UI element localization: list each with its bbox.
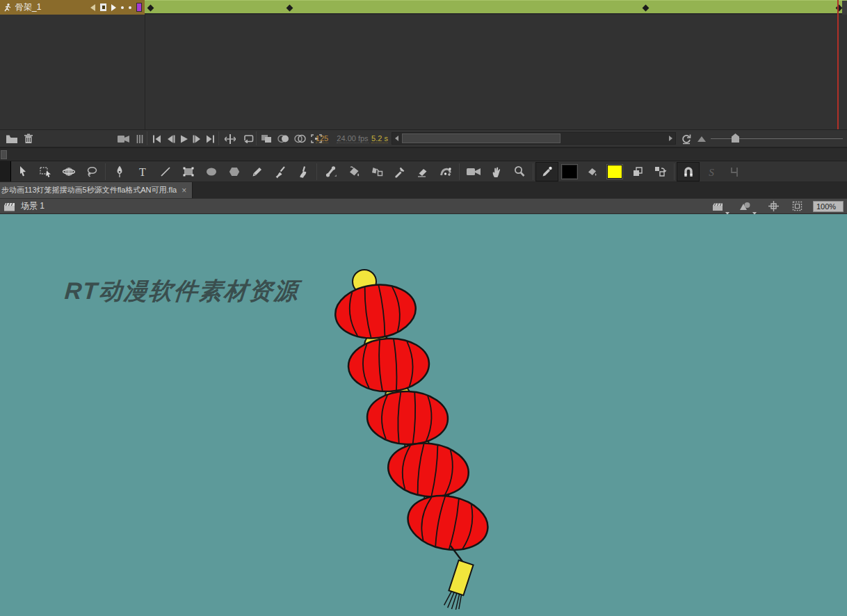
pencil-tool-button[interactable]: [245, 162, 268, 181]
play-button[interactable]: [177, 131, 191, 146]
timeline-editor-area[interactable]: [0, 15, 847, 129]
keyframe-diamond[interactable]: [287, 5, 293, 12]
svg-text:T: T: [139, 165, 146, 177]
frame-rate-value[interactable]: 24.00 fps: [334, 131, 371, 146]
loop-button[interactable]: [241, 131, 256, 146]
scroll-right-arrow[interactable]: [666, 133, 675, 144]
layer-outline-color-swatch[interactable]: [136, 3, 142, 12]
lasso-tool-button[interactable]: [80, 162, 103, 181]
subselection-tool-button[interactable]: [34, 162, 57, 181]
oval-tool-button[interactable]: [200, 162, 223, 181]
camera-tool-button[interactable]: [462, 162, 485, 181]
eyedropper-tool-button[interactable]: [388, 162, 411, 181]
layer-depth-button[interactable]: [134, 131, 145, 146]
center-frame-button[interactable]: [223, 131, 238, 146]
swap-colors-button[interactable]: [649, 162, 672, 181]
text-tool-button[interactable]: T: [131, 162, 154, 181]
document-tab[interactable]: 步动画113灯笼摇摆动画5秒源文件fla格式AN可用.fla ×: [0, 182, 193, 198]
tassel[interactable]: [444, 560, 474, 611]
stage-zoom-input[interactable]: 100%: [813, 201, 844, 212]
rectangle-tool-button[interactable]: [177, 162, 200, 181]
timeline-layer-row-armature[interactable]: 骨架_1: [0, 0, 145, 15]
timeline-horizontal-scrollbar[interactable]: [392, 132, 676, 145]
next-keyframe-icon[interactable]: [111, 4, 116, 11]
layer-name[interactable]: 骨架_1: [15, 1, 41, 13]
selection-tool-button[interactable]: [11, 162, 34, 181]
lantern-5[interactable]: [403, 489, 492, 557]
svg-text:S: S: [709, 166, 714, 177]
3d-rotation-tool-button[interactable]: [57, 162, 80, 181]
stroke-color-swatch[interactable]: [562, 165, 577, 179]
divider: [147, 131, 147, 145]
camera-toggle-button[interactable]: [115, 131, 132, 146]
onion-skin-outline-button[interactable]: [292, 131, 307, 146]
onion-multi-frame-button[interactable]: [259, 131, 274, 146]
ink-bottle-tool-button[interactable]: [365, 162, 388, 181]
prev-keyframe-icon[interactable]: [90, 4, 95, 11]
fill-color-swatch[interactable]: [607, 165, 622, 179]
clapperboard-icon: [3, 202, 15, 211]
paint-brush-tool-button[interactable]: [268, 162, 291, 181]
stroke-color-button[interactable]: [535, 162, 558, 181]
clip-content-button[interactable]: [789, 197, 805, 216]
reset-timeline-zoom-button[interactable]: [679, 131, 694, 146]
layer-visibility-dot[interactable]: [121, 6, 124, 9]
tools-toolbar: T: [0, 161, 847, 182]
scrollbar-thumb[interactable]: [402, 133, 560, 143]
edit-bar-right-controls: 100%: [711, 197, 844, 216]
hand-tool-button[interactable]: [485, 162, 508, 181]
current-frame-value[interactable]: 125: [313, 131, 331, 146]
scroll-left-arrow[interactable]: [392, 133, 401, 144]
step-forward-button[interactable]: [191, 131, 204, 146]
lantern-2[interactable]: [347, 337, 430, 394]
fill-color-button[interactable]: [581, 162, 604, 181]
asset-warp-tool-button[interactable]: [434, 162, 457, 181]
current-frame-marker-icon[interactable]: [100, 3, 106, 11]
brush-tool-button[interactable]: [291, 162, 314, 181]
center-stage-button[interactable]: [766, 197, 781, 216]
zoom-tool-button[interactable]: [508, 162, 531, 181]
lantern-3[interactable]: [366, 390, 449, 446]
divider: [674, 163, 675, 180]
straighten-button[interactable]: [723, 162, 745, 181]
lantern-4[interactable]: [385, 439, 471, 501]
eraser-tool-button[interactable]: [411, 162, 434, 181]
timeline-zoom-slider[interactable]: [711, 138, 843, 139]
stage-zoom-value: 100%: [816, 202, 836, 211]
polystar-tool-button[interactable]: [223, 162, 245, 181]
pen-tool-button[interactable]: [108, 162, 131, 181]
smooth-button[interactable]: S: [700, 162, 723, 181]
timeline-top-row: 骨架_1: [0, 0, 847, 15]
keyframe-diamond[interactable]: [147, 5, 154, 12]
frames-band[interactable]: [145, 0, 847, 15]
edit-symbols-button[interactable]: [738, 197, 757, 216]
stage-canvas[interactable]: RT动漫软件素材资源: [0, 214, 847, 616]
new-folder-button[interactable]: [4, 131, 19, 146]
elapsed-time-value[interactable]: 5.2 s: [369, 131, 390, 146]
toolbar-grip[interactable]: [0, 161, 11, 181]
playhead-line[interactable]: [837, 0, 839, 129]
timeline-zoom-slider-thumb[interactable]: [732, 133, 739, 143]
default-colors-button[interactable]: [626, 162, 649, 181]
go-last-frame-button[interactable]: [204, 131, 217, 146]
delete-layer-button[interactable]: [21, 131, 36, 146]
collapse-triangle-button[interactable]: [696, 131, 707, 146]
go-first-frame-button[interactable]: [150, 131, 163, 146]
keyframe-diamond[interactable]: [643, 5, 650, 12]
onion-skin-button[interactable]: [275, 131, 291, 146]
divider: [533, 163, 533, 180]
divider: [256, 131, 257, 145]
edit-scene-button[interactable]: [711, 197, 729, 216]
layer-lock-dot[interactable]: [129, 6, 131, 9]
snap-magnet-button[interactable]: [677, 162, 700, 181]
bone-tool-button[interactable]: [319, 162, 342, 181]
panel-grip[interactable]: [1, 150, 7, 159]
line-tool-button[interactable]: [154, 162, 177, 181]
lantern-chain-artwork[interactable]: [0, 214, 847, 616]
tab-close-icon[interactable]: ×: [182, 186, 186, 195]
step-back-button[interactable]: [164, 131, 177, 146]
layer-frames-divider[interactable]: [145, 15, 145, 129]
divider: [459, 163, 460, 180]
paint-bucket-tool-button[interactable]: [342, 162, 365, 181]
lantern-1[interactable]: [332, 280, 419, 343]
